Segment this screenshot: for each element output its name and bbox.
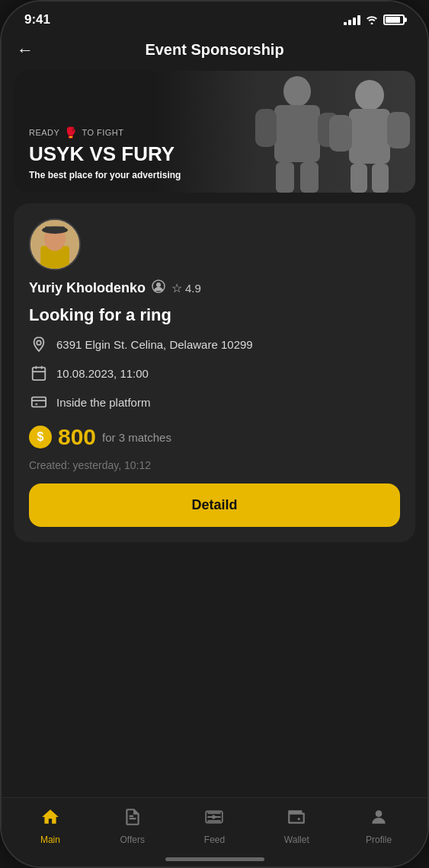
- wifi-icon: [365, 14, 379, 27]
- verified-icon: [152, 279, 165, 296]
- screen: 9:41 ← Event S: [2, 2, 427, 866]
- detail-button[interactable]: Detaild: [29, 483, 400, 527]
- status-bar: 9:41: [2, 2, 427, 34]
- payment-row: Inside the platform: [29, 392, 400, 412]
- date-text: 10.08.2023, 11:00: [56, 367, 149, 380]
- svg-point-19: [37, 340, 41, 345]
- avatar-svg: [30, 220, 79, 269]
- nav-label-profile: Profile: [366, 834, 392, 845]
- listing-title: Looking for a ring: [29, 305, 400, 325]
- phone-frame: 9:41 ← Event S: [0, 0, 429, 868]
- nav-item-profile[interactable]: Profile: [338, 807, 420, 845]
- signal-bar-2: [348, 20, 351, 25]
- home-indicator: [2, 851, 427, 866]
- back-button[interactable]: ←: [17, 42, 34, 59]
- nav-label-feed: Feed: [204, 834, 225, 845]
- profile-icon: [369, 807, 389, 831]
- banner-content: READY 🥊 TO FIGHT USYK VS FURY The best p…: [14, 114, 415, 193]
- svg-rect-20: [33, 368, 46, 381]
- price-row: $ 800 for 3 matches: [29, 424, 400, 450]
- home-icon: [40, 807, 60, 831]
- nav-item-main[interactable]: Main: [9, 807, 91, 845]
- event-banner[interactable]: READY 🥊 TO FIGHT USYK VS FURY The best p…: [14, 71, 415, 193]
- svg-point-6: [355, 80, 384, 110]
- user-info-row: Yuriy Kholodenko ☆ 4.9: [29, 279, 400, 296]
- nav-label-wallet: Wallet: [284, 834, 309, 845]
- nav-label-main: Main: [40, 834, 60, 845]
- offers-icon: [123, 807, 142, 831]
- created-text: Created: yesterday, 10:12: [29, 459, 400, 471]
- star-icon: ☆: [171, 281, 182, 295]
- svg-rect-24: [32, 397, 46, 407]
- svg-point-0: [283, 76, 311, 107]
- main-content: READY 🥊 TO FIGHT USYK VS FURY The best p…: [2, 71, 427, 797]
- signal-bar-1: [344, 22, 347, 25]
- battery-icon: [383, 14, 405, 25]
- nav-item-feed[interactable]: Feed: [174, 807, 256, 845]
- bottom-nav: Main Offers: [2, 797, 427, 851]
- payment-icon: [29, 392, 49, 412]
- home-bar: [165, 857, 264, 861]
- signal-bars-icon: [344, 15, 360, 25]
- svg-rect-16: [45, 226, 65, 232]
- nav-label-offers: Offers: [120, 834, 144, 845]
- listing-card: Yuriy Kholodenko ☆ 4.9 Looking for: [14, 203, 415, 542]
- nav-item-offers[interactable]: Offers: [91, 807, 174, 845]
- svg-point-18: [156, 282, 161, 287]
- location-text: 6391 Elgin St. Celina, Delaware 10299: [56, 338, 253, 351]
- price-label: for 3 matches: [102, 431, 171, 444]
- wallet-icon: [287, 807, 306, 831]
- feed-icon: [204, 807, 224, 831]
- status-icons: [344, 14, 405, 27]
- glove-icon: 🥊: [64, 126, 77, 139]
- price-amount: 800: [58, 424, 96, 450]
- page-title: Event Sponsorship: [145, 41, 283, 59]
- status-time: 9:41: [24, 12, 50, 27]
- banner-tag-end: TO FIGHT: [82, 128, 123, 137]
- calendar-icon: [29, 363, 49, 383]
- payment-text: Inside the platform: [56, 396, 150, 409]
- header: ← Event Sponsorship: [2, 34, 427, 71]
- banner-tag-ready: READY: [29, 128, 59, 137]
- location-icon: [29, 334, 49, 354]
- rating-value: 4.9: [185, 282, 201, 295]
- signal-bar-4: [357, 15, 360, 25]
- location-row: 6391 Elgin St. Celina, Delaware 10299: [29, 334, 400, 354]
- avatar: [29, 219, 81, 270]
- dollar-icon: $: [29, 426, 52, 448]
- user-name: Yuriy Kholodenko: [29, 280, 146, 296]
- banner-subtitle: The best place for your advertising: [29, 170, 400, 180]
- battery-fill: [386, 17, 400, 23]
- signal-bar-3: [353, 18, 356, 25]
- banner-title: USYK VS FURY: [29, 143, 400, 165]
- svg-rect-29: [288, 810, 302, 813]
- nav-item-wallet[interactable]: Wallet: [255, 807, 338, 845]
- svg-point-30: [376, 810, 383, 817]
- date-row: 10.08.2023, 11:00: [29, 363, 400, 383]
- banner-tag: READY 🥊 TO FIGHT: [29, 126, 400, 139]
- rating: ☆ 4.9: [171, 281, 201, 295]
- svg-marker-28: [213, 815, 218, 820]
